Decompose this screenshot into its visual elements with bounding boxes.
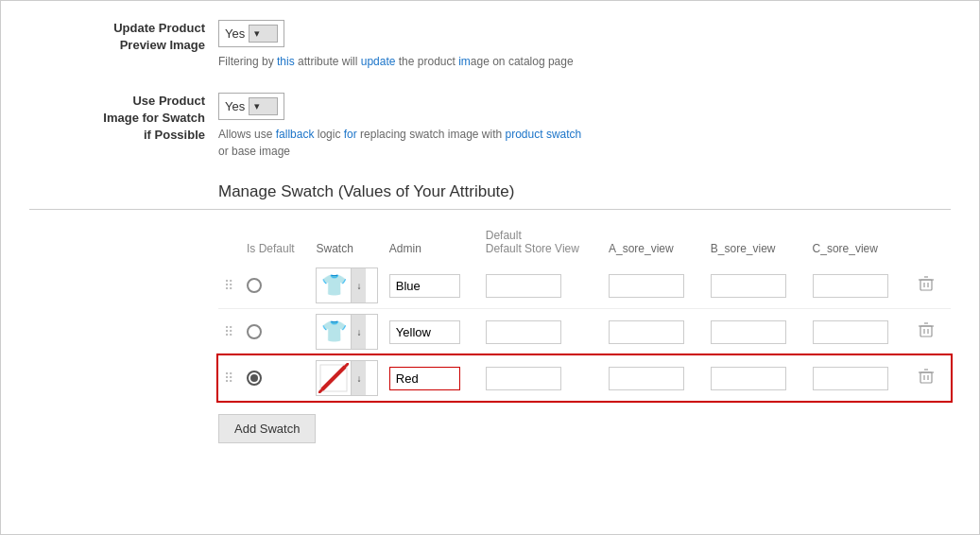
delete-cell[interactable]	[908, 309, 951, 355]
c-store-input-red[interactable]	[813, 367, 888, 390]
default-store-input-yellow[interactable]	[486, 320, 561, 344]
down-arrow-icon: ↓	[356, 373, 361, 384]
delete-row-button-blue[interactable]	[914, 275, 938, 297]
b-store-cell[interactable]	[705, 355, 807, 402]
trash-icon	[918, 368, 935, 385]
drag-cell[interactable]: ⠿	[218, 263, 241, 309]
default-store-input-red[interactable]	[486, 367, 561, 390]
is-default-cell[interactable]	[241, 355, 310, 402]
drag-handle-icon: ⠿	[224, 371, 233, 386]
admin-input-blue[interactable]	[389, 274, 460, 298]
col-default-store: DefaultDefault Store View	[480, 225, 603, 263]
label-text: Use Product Image for Swatch if Possible	[103, 94, 205, 142]
page-wrapper: Update Product Preview Image Yes ▾ Filte…	[0, 0, 980, 535]
a-store-cell[interactable]	[603, 355, 705, 402]
select-value: Yes	[225, 99, 245, 113]
default-store-cell[interactable]	[480, 263, 603, 309]
use-product-image-control: Yes ▾ Allows use fallback logic for repl…	[218, 93, 581, 160]
add-swatch-button[interactable]: Add Swatch	[218, 414, 316, 443]
swatch-cell[interactable]: 👕 ↓	[310, 309, 383, 355]
trash-icon	[918, 321, 935, 338]
b-store-input-red[interactable]	[711, 367, 786, 390]
swatch-dropdown-button[interactable]: ↓	[351, 268, 366, 302]
down-arrow-icon: ↓	[356, 281, 361, 291]
swatch-image-wrapper-yellow[interactable]: 👕 ↓	[316, 314, 377, 350]
admin-input-yellow[interactable]	[389, 320, 460, 344]
swatch-select[interactable]: Yes ▾	[218, 93, 284, 120]
swatch-yes-no-select-wrap: Yes ▾	[218, 93, 581, 120]
b-store-cell[interactable]	[705, 263, 807, 309]
svg-rect-13	[920, 372, 932, 383]
delete-row-button-yellow[interactable]	[914, 321, 938, 343]
delete-cell[interactable]	[908, 355, 951, 402]
default-store-cell[interactable]	[480, 309, 603, 355]
swatch-image-area: 👕	[317, 268, 351, 302]
dropdown-arrow-icon[interactable]: ▾	[249, 25, 278, 43]
c-store-cell[interactable]	[807, 309, 909, 355]
update-product-preview-control: Yes ▾ Filtering by this attribute will u…	[218, 20, 574, 70]
table-row: ⠿ 👕 ↓	[218, 263, 951, 309]
a-store-cell[interactable]	[603, 263, 705, 309]
update-product-preview-label: Update Product Preview Image	[95, 20, 218, 54]
col-b-store: B_sore_view	[705, 225, 807, 263]
swatch-table: Is Default Swatch Admin DefaultDefault S…	[218, 225, 951, 401]
is-default-cell[interactable]	[241, 309, 310, 355]
col-admin: Admin	[384, 225, 480, 263]
is-default-radio-red[interactable]	[247, 371, 262, 386]
manage-swatch-title: Manage Swatch (Values of Your Attribute)	[29, 182, 951, 201]
swatch-dropdown-button-yellow[interactable]: ↓	[351, 315, 366, 349]
b-store-cell[interactable]	[705, 309, 807, 355]
table-header-row: Is Default Swatch Admin DefaultDefault S…	[218, 225, 951, 263]
drag-cell[interactable]: ⠿	[218, 355, 241, 402]
swatch-person-icon-blue: 👕	[321, 273, 347, 298]
swatch-table-wrap: Is Default Swatch Admin DefaultDefault S…	[29, 225, 951, 443]
svg-rect-5	[920, 326, 932, 337]
update-preview-help-text: Filtering by this attribute will update …	[218, 53, 574, 70]
swatch-cell[interactable]: ↓	[310, 355, 383, 402]
dropdown-arrow-icon2[interactable]: ▾	[249, 97, 278, 115]
col-is-default: Is Default	[241, 225, 310, 263]
admin-input-red[interactable]	[389, 367, 460, 390]
admin-cell[interactable]	[384, 309, 480, 355]
is-default-cell[interactable]	[241, 263, 310, 309]
drag-cell[interactable]: ⠿	[218, 309, 241, 355]
b-store-input-yellow[interactable]	[711, 320, 786, 344]
delete-row-button-red[interactable]	[914, 368, 938, 389]
section-divider	[29, 209, 951, 210]
b-store-input-blue[interactable]	[711, 274, 786, 298]
c-store-cell[interactable]	[807, 355, 909, 402]
table-row: ⠿ 👕 ↓	[218, 309, 951, 355]
default-store-input-blue[interactable]	[486, 274, 561, 298]
admin-cell[interactable]	[384, 263, 480, 309]
swatch-image-wrapper[interactable]: 👕 ↓	[316, 268, 377, 303]
col-delete	[908, 225, 951, 263]
c-store-input-yellow[interactable]	[813, 320, 888, 344]
is-default-radio-yellow[interactable]	[247, 324, 262, 339]
manage-swatch-section: Manage Swatch (Values of Your Attribute)…	[29, 182, 951, 443]
c-store-input-blue[interactable]	[813, 274, 888, 298]
table-container: Is Default Swatch Admin DefaultDefault S…	[218, 225, 951, 401]
delete-cell[interactable]	[908, 263, 951, 309]
admin-cell[interactable]	[384, 355, 480, 402]
a-store-input-red[interactable]	[609, 367, 684, 390]
col-swatch: Swatch	[310, 225, 383, 263]
swatch-cell[interactable]: 👕 ↓	[310, 263, 383, 309]
a-store-input-yellow[interactable]	[609, 320, 684, 344]
update-product-preview-row: Update Product Preview Image Yes ▾ Filte…	[29, 20, 951, 70]
swatch-image-area-yellow: 👕	[317, 315, 351, 349]
swatch-help-text: Allows use fallback logic for replacing …	[218, 126, 581, 160]
col-drag	[218, 225, 241, 263]
swatch-color-wrapper-red[interactable]: ↓	[316, 360, 377, 396]
swatch-dropdown-button-red[interactable]: ↓	[351, 361, 366, 395]
svg-rect-0	[920, 280, 932, 290]
a-store-input-blue[interactable]	[609, 274, 684, 298]
use-product-image-swatch-row: Use Product Image for Swatch if Possible…	[29, 93, 951, 160]
table-row-red: ⠿	[218, 355, 951, 402]
a-store-cell[interactable]	[603, 309, 705, 355]
default-store-cell[interactable]	[480, 355, 603, 402]
c-store-cell[interactable]	[807, 263, 909, 309]
down-arrow-icon: ↓	[356, 327, 361, 337]
is-default-radio[interactable]	[247, 278, 262, 293]
update-preview-select[interactable]: Yes ▾	[218, 20, 284, 47]
col-a-store: A_sore_view	[603, 225, 705, 263]
